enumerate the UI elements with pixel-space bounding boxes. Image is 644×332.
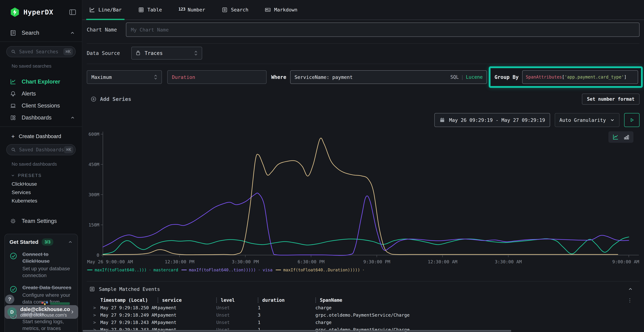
column-header-service[interactable]: service xyxy=(158,298,216,303)
sidebar-divider xyxy=(0,126,82,127)
tab-markdown[interactable]: Markdown xyxy=(262,0,300,20)
user-menu[interactable]: D dale@clickhouse.com dale@clickhouse.co… xyxy=(4,305,78,319)
where-input[interactable]: ServiceName: payment SQL|Lucene xyxy=(290,70,487,84)
legend-swatch xyxy=(182,270,187,270)
tab-search[interactable]: Search xyxy=(219,0,251,20)
check-circle-icon xyxy=(10,252,17,260)
aggregation-select[interactable]: Maximum xyxy=(87,70,162,84)
data-source-select[interactable]: Traces xyxy=(131,47,202,60)
search-section-label: Search xyxy=(22,30,39,36)
table-icon xyxy=(138,7,144,13)
presets-toggle[interactable]: PRESETS xyxy=(11,173,82,178)
get-started-item-connect-to-clickhouse[interactable]: Connect to ClickHouseSet up your databas… xyxy=(10,251,73,279)
check-circle-icon xyxy=(10,285,17,293)
table-row[interactable]: >May 27 9:29:18.250 AMpaymentUnset1charg… xyxy=(87,304,640,312)
svg-text:12:30:00 AM: 12:30:00 AM xyxy=(428,259,458,264)
column-settings-icon[interactable]: ⋮ xyxy=(627,297,632,303)
select-chevrons-icon xyxy=(153,74,158,80)
data-source-label: Data Source xyxy=(87,50,120,56)
column-resize-handle[interactable] xyxy=(258,298,258,303)
user-subtitle: dale@clickhouse.com's xyxy=(20,312,70,318)
create-dashboard-button[interactable]: + Create Dashboard xyxy=(11,133,82,140)
layout-icon xyxy=(10,114,16,121)
group-by-input[interactable]: SpanAttributes['app.payment.card_type'] xyxy=(522,70,638,84)
table-row[interactable]: >May 27 9:29:18.243 AMpaymentUnset1charg… xyxy=(87,319,640,326)
markdown-icon xyxy=(265,7,271,13)
no-saved-searches-text: No saved searches xyxy=(12,63,82,69)
legend-item-series-3[interactable]: maxIf(toFloat640..Duration)))))· xyxy=(272,268,367,272)
preset-services[interactable]: Services xyxy=(12,188,82,196)
expand-row-icon[interactable]: > xyxy=(93,312,100,318)
column-resize-handle[interactable] xyxy=(158,298,158,303)
get-started-header[interactable]: Get Started 3/3 xyxy=(10,238,73,246)
svg-text:0: 0 xyxy=(96,252,99,258)
legend-item-mastercard[interactable]: maxIf(toFloat640..)))·mastercard xyxy=(87,268,178,272)
column-header-level[interactable]: level xyxy=(216,298,258,303)
saved-searches-input[interactable]: Saved Searches ⌘K xyxy=(6,46,76,57)
app-title: HyperDX xyxy=(24,8,53,16)
sidebar-item-chart-explorer[interactable]: Chart Explorer xyxy=(0,76,82,88)
legend-item-visa[interactable]: maxIf(toFloat640..tion)))))·visa xyxy=(178,268,272,272)
timeseries-chart[interactable]: 0150M300M450M600MMay 26 9:00:00 AM12:30:… xyxy=(87,129,640,264)
column-header-duration[interactable]: duration xyxy=(258,298,316,303)
search-icon xyxy=(10,49,16,54)
where-label: Where xyxy=(271,74,286,80)
list-icon xyxy=(222,7,228,13)
line-chart-icon[interactable] xyxy=(612,134,619,140)
legend-swatch xyxy=(276,270,281,270)
sample-events-header[interactable]: Sample Matched Events xyxy=(87,282,640,296)
add-series-button[interactable]: Add Series xyxy=(90,96,131,102)
field-input[interactable]: Duration xyxy=(167,70,266,84)
expand-row-icon[interactable]: > xyxy=(93,305,100,310)
tab-line-bar[interactable]: Line/Bar xyxy=(86,0,124,20)
preset-clickhouse[interactable]: ClickHouse xyxy=(12,180,82,188)
lucene-mode-button[interactable]: Lucene xyxy=(466,74,483,80)
granularity-select[interactable]: Auto Granularity xyxy=(555,113,620,127)
chart-name-input[interactable] xyxy=(126,22,640,37)
column-resize-handle[interactable] xyxy=(316,298,316,303)
chart-editor: Chart Name Data Source Traces xyxy=(82,20,644,332)
help-button[interactable]: ? xyxy=(5,294,14,304)
expand-row-icon[interactable]: > xyxy=(93,320,100,325)
table-row[interactable]: >May 27 9:29:18.249 AMpaymentUnset3grpc.… xyxy=(87,312,640,319)
sidebar-item-alerts[interactable]: Alerts xyxy=(0,88,82,100)
date-range-picker[interactable]: May 26 09:29:19 - May 27 09:29:19 xyxy=(434,113,550,127)
hyperdx-logo-icon xyxy=(10,7,20,17)
set-number-format-button[interactable]: Set number format xyxy=(582,94,640,105)
plus-circle-icon xyxy=(90,96,97,102)
chevron-right-icon xyxy=(70,310,74,314)
chart-type-toggle xyxy=(608,131,634,143)
sql-mode-button[interactable]: SQL xyxy=(450,74,459,80)
sidebar-item-team-settings[interactable]: Team Settings xyxy=(0,215,82,227)
legend-swatch xyxy=(87,270,92,270)
sidebar: HyperDX Search Saved Searches ⌘K No save… xyxy=(0,0,82,332)
horizontal-scrollbar[interactable] xyxy=(83,330,511,332)
plus-icon: + xyxy=(11,133,15,140)
column-header-timestamp-local[interactable]: Timestamp (Local) xyxy=(100,298,158,303)
sidebar-item-search[interactable]: Search xyxy=(0,27,82,39)
column-header-spanname[interactable]: SpanName xyxy=(316,298,640,303)
hyperdx-app: HyperDX Search Saved Searches ⌘K No save… xyxy=(0,0,644,332)
svg-text:3:30:00 AM: 3:30:00 AM xyxy=(495,259,522,264)
collapse-panel-icon[interactable] xyxy=(628,286,633,292)
tab-number[interactable]: 123Number xyxy=(176,0,208,20)
divider xyxy=(87,64,640,64)
sidebar-item-client-sessions[interactable]: Client Sessions xyxy=(0,100,82,112)
main-area: Line/BarTable123NumberSearchMarkdown Cha… xyxy=(82,0,644,332)
run-query-button[interactable] xyxy=(624,113,640,127)
tab-table[interactable]: Table xyxy=(135,0,165,20)
saved-dashboards-input[interactable]: Saved Dashboards ⌘K xyxy=(6,144,76,155)
saved-dashboards-placeholder: Saved Dashboards xyxy=(19,147,64,152)
column-resize-handle[interactable] xyxy=(216,298,217,303)
get-started-items: Connect to ClickHouseSet up your databas… xyxy=(10,251,73,332)
chart-line-icon xyxy=(10,78,16,85)
collapse-sidebar-icon[interactable] xyxy=(69,8,76,16)
sidebar-item-dashboards[interactable]: Dashboards xyxy=(0,112,82,124)
divider xyxy=(87,43,640,44)
bar-chart-icon[interactable] xyxy=(624,134,630,140)
chart-area: 0150M300M450M600MMay 26 9:00:00 AM12:30:… xyxy=(87,129,640,264)
gear-icon xyxy=(10,218,16,224)
preset-kubernetes[interactable]: Kubernetes xyxy=(12,196,82,205)
saved-searches-placeholder: Saved Searches xyxy=(19,49,58,54)
sidebar-nav: Chart ExplorerAlertsClient SessionsDashb… xyxy=(0,76,82,124)
